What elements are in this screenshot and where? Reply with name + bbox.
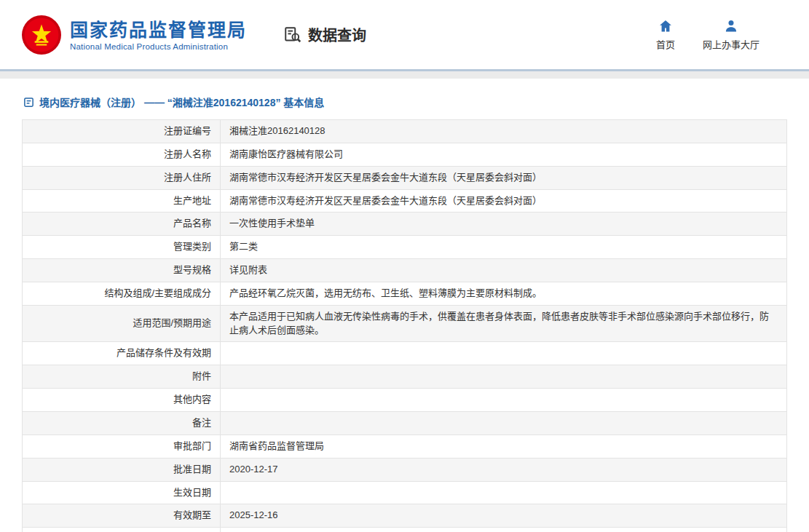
row-label: 适用范围/预期用途 [23,305,221,342]
page: 国家药品监督管理局 National Medical Products Admi… [0,0,809,532]
table-row: 批准日期2020-12-17 [23,458,787,481]
table-row: 产品储存条件及有效期 [23,342,787,365]
data-query-title: 数据查询 [283,24,366,45]
row-label: 产品储存条件及有效期 [23,342,221,365]
table-row: 备注 [23,411,787,434]
row-label: 生产地址 [23,189,221,213]
row-value [221,389,787,412]
data-query-icon [283,25,302,44]
row-value: 产品经环氧乙烷灭菌，选用无纺布、卫生纸、塑料薄膜为主要原材料制成。 [221,282,787,305]
nav-home[interactable]: 首页 [656,19,675,51]
row-value [221,481,787,504]
table-row: 注册人住所湖南常德市汉寿经济开发区天星居委会金牛大道东段（天星居委会斜对面） [23,166,787,189]
table-row: 注册人名称湖南康怡医疗器械有限公司 [23,143,787,166]
row-label: 附件 [23,365,221,389]
row-label: 有效期至 [23,504,221,528]
row-label: 注册人住所 [23,166,221,189]
row-label: 管理类别 [23,236,221,259]
brand-text: 国家药品监督管理局 National Medical Products Admi… [70,19,247,51]
row-value: 湖南常德市汉寿经济开发区天星居委会金牛大道东段（天星居委会斜对面） [221,166,787,189]
table-row: 其他内容 [23,389,787,412]
row-value: 一次性使用手术垫单 [221,213,787,236]
row-value [221,528,787,532]
row-value: 湖南常德市汉寿经济开发区天星居委会金牛大道东段（天星居委会斜对面） [221,189,787,213]
main-content: 境内医疗器械（注册） —— “湘械注准20162140128” 基本信息 注册证… [0,79,809,532]
row-label: 备注 [23,411,221,434]
table-row: 附件 [23,365,787,389]
table-row: 管理类别第二类 [23,236,787,259]
table-row: 有效期至2025-12-16 [23,504,787,528]
table-row: 生效日期 [23,481,787,504]
header-divider [0,69,809,79]
row-value: 第二类 [221,236,787,259]
table-row: 生产地址湖南常德市汉寿经济开发区天星居委会金牛大道东段（天星居委会斜对面） [23,189,787,213]
data-query-label: 数据查询 [308,24,366,45]
org-name-cn: 国家药品监督管理局 [70,19,247,41]
header-nav: 首页 网上办事大厅 [656,19,787,51]
row-value [221,342,787,365]
brand[interactable]: 国家药品监督管理局 National Medical Products Admi… [22,15,247,55]
row-label: 结构及组成/主要组成成分 [23,282,221,305]
table-row: 结构及组成/主要组成成分产品经环氧乙烷灭菌，选用无纺布、卫生纸、塑料薄膜为主要原… [23,282,787,305]
row-value: 2025-12-16 [221,504,787,528]
row-label: 产品名称 [23,213,221,236]
site-header: 国家药品监督管理局 National Medical Products Admi… [0,0,809,69]
user-icon [724,19,738,33]
row-label: 型号规格 [23,259,221,282]
document-icon [23,97,34,108]
row-label: 注册证编号 [23,120,221,143]
org-name-en: National Medical Products Administration [70,42,247,51]
nav-service-hall-label: 网上办事大厅 [703,37,759,51]
row-label: 审批部门 [23,434,221,458]
table-row: 变更情况 [23,528,787,532]
page-title: 境内医疗器械（注册） —— “湘械注准20162140128” 基本信息 [22,93,787,116]
row-value: 详见附表 [221,259,787,282]
nmpa-emblem-logo [22,15,61,55]
row-value [221,365,787,389]
row-label: 注册人名称 [23,143,221,166]
row-value: 本产品适用于已知病人血液无传染性病毒的手术，供覆盖在患者身体表面，降低患者皮肤等… [221,305,787,342]
page-title-text: 境内医疗器械（注册） —— “湘械注准20162140128” 基本信息 [39,95,324,109]
row-value: 湘械注准20162140128 [221,120,787,143]
table-row: 适用范围/预期用途本产品适用于已知病人血液无传染性病毒的手术，供覆盖在患者身体表… [23,305,787,342]
home-icon [658,19,673,33]
table-row: 审批部门湖南省药品监督管理局 [23,434,787,458]
row-value [221,411,787,434]
row-label: 变更情况 [23,528,221,532]
row-label: 其他内容 [23,389,221,412]
nav-service-hall[interactable]: 网上办事大厅 [703,19,759,51]
row-label: 生效日期 [23,481,221,504]
table-row: 产品名称一次性使用手术垫单 [23,213,787,236]
table-row: 注册证编号湘械注准20162140128 [23,120,787,143]
info-table: 注册证编号湘械注准20162140128注册人名称湖南康怡医疗器械有限公司注册人… [22,119,787,532]
table-row: 型号规格详见附表 [23,259,787,282]
row-value: 2020-12-17 [221,458,787,481]
row-value: 湖南省药品监督管理局 [221,434,787,458]
info-table-body: 注册证编号湘械注准20162140128注册人名称湖南康怡医疗器械有限公司注册人… [23,120,787,532]
row-label: 批准日期 [23,458,221,481]
nav-home-label: 首页 [656,37,675,51]
row-value: 湖南康怡医疗器械有限公司 [221,143,787,166]
